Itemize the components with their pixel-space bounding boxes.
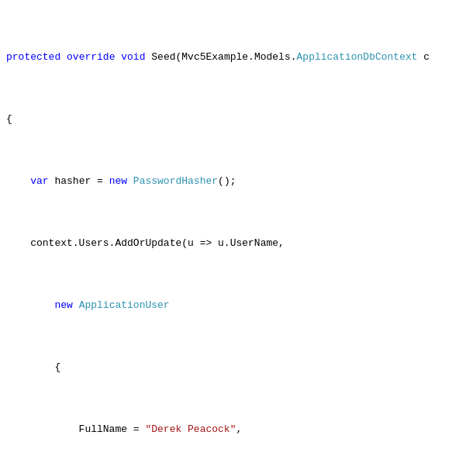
code-line-7: FullName = "Derek Peacock", — [0, 422, 476, 437]
code-line-3: var hasher = new PasswordHasher(); — [0, 174, 476, 189]
code-line-6: { — [0, 360, 476, 375]
code-line-1: protected override void Seed(Mvc5Example… — [0, 50, 476, 65]
code-line-2: { — [0, 112, 476, 127]
code-line-4: context.Users.AddOrUpdate(u => u.UserNam… — [0, 236, 476, 251]
code-line-5: new ApplicationUser — [0, 298, 476, 313]
code-editor: protected override void Seed(Mvc5Example… — [0, 0, 476, 456]
